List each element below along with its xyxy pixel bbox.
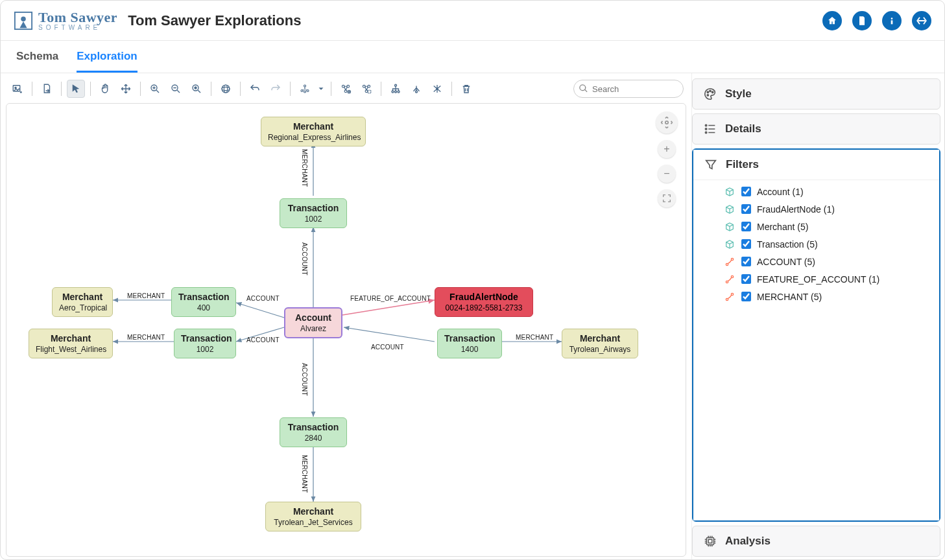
- edge-label: ACCOUNT: [246, 295, 280, 302]
- layout-dropdown-icon[interactable]: [317, 80, 326, 98]
- image-tool-icon[interactable]: [8, 80, 27, 98]
- tab-exploration[interactable]: Exploration: [77, 43, 138, 73]
- node-account[interactable]: Account Alvarez: [284, 307, 342, 338]
- filter-checkbox[interactable]: [741, 204, 751, 214]
- zoom-out-control-icon[interactable]: −: [658, 165, 676, 183]
- svg-point-47: [707, 95, 708, 96]
- layout-icon[interactable]: [296, 80, 314, 98]
- node-type: Merchant: [59, 292, 106, 302]
- graph-select-icon[interactable]: [357, 80, 376, 98]
- document-button[interactable]: [852, 11, 872, 30]
- node-type: Transaction: [178, 292, 229, 302]
- filter-checkbox[interactable]: [741, 239, 751, 249]
- filter-checkbox[interactable]: [741, 187, 751, 196]
- node-type: Transaction: [287, 422, 340, 432]
- node-subtitle: Regional_Express_Airlines: [268, 133, 359, 142]
- edge-label: MERCHANT: [516, 334, 553, 341]
- node-merchant-top[interactable]: Merchant Regional_Express_Airlines: [261, 117, 366, 146]
- tree-layout-icon[interactable]: [387, 80, 405, 98]
- filter-item: ACCOUNT (5): [724, 253, 929, 270]
- relation-icon: [724, 274, 735, 285]
- graph-canvas[interactable]: Merchant Regional_Express_Airlines Trans…: [6, 103, 686, 557]
- svg-point-53: [726, 281, 728, 283]
- filter-label: FEATURE_OF_ACCOUNT (1): [757, 274, 879, 285]
- star-layout-icon[interactable]: [407, 80, 425, 98]
- info-button[interactable]: [882, 11, 902, 30]
- move-tool-icon[interactable]: [117, 80, 135, 98]
- redo-icon[interactable]: [267, 80, 285, 98]
- svg-point-50: [705, 132, 706, 133]
- cube-icon: [724, 239, 735, 250]
- svg-point-43: [665, 121, 668, 124]
- node-merchant-bottom[interactable]: Merchant Tyrolean_Jet_Services: [265, 502, 361, 531]
- filter-checkbox[interactable]: [741, 274, 751, 284]
- filter-checkbox[interactable]: [741, 292, 751, 301]
- edge-label: ACCOUNT: [246, 336, 280, 344]
- node-subtitle: Aero_Tropical: [59, 303, 106, 312]
- node-type: Merchant: [268, 121, 359, 132]
- svg-point-44: [707, 91, 708, 93]
- zoom-in-control-icon[interactable]: +: [658, 140, 676, 158]
- pan-control-icon[interactable]: [656, 111, 678, 134]
- filter-item: FraudAlertNode (1): [724, 200, 929, 218]
- svg-point-45: [710, 90, 711, 91]
- logo: Tom Sawyer SOFTWARE: [14, 10, 117, 31]
- node-type: Transaction: [181, 333, 229, 344]
- node-subtitle: 0024-1892-5581-2733: [442, 303, 526, 312]
- svg-point-12: [222, 87, 230, 90]
- right-panel: Style Details Filters Acc: [691, 73, 944, 560]
- edge-label: FEATURE_OF_ACCOUNT: [350, 295, 431, 302]
- panel-style[interactable]: Style: [692, 78, 940, 110]
- svg-point-55: [726, 298, 728, 300]
- globe-icon[interactable]: [217, 80, 235, 98]
- pointer-tool-icon[interactable]: [67, 80, 85, 98]
- zoom-out-icon[interactable]: [167, 80, 185, 98]
- node-transaction-right[interactable]: Transaction 1400: [437, 329, 502, 358]
- toolbar: [6, 78, 686, 99]
- node-subtitle: 2840: [287, 434, 340, 443]
- tab-schema[interactable]: Schema: [16, 43, 58, 73]
- delete-icon[interactable]: [457, 80, 475, 98]
- search-input[interactable]: [573, 80, 684, 98]
- expand-button[interactable]: [912, 11, 931, 30]
- node-subtitle: 1400: [444, 345, 495, 354]
- export-page-icon[interactable]: [38, 80, 56, 98]
- svg-point-10: [195, 87, 197, 89]
- graph-add-icon[interactable]: [337, 80, 355, 98]
- zoom-in-icon[interactable]: [146, 80, 164, 98]
- node-fraud[interactable]: FraudAlertNode 0024-1892-5581-2733: [435, 287, 533, 317]
- node-transaction-bottom[interactable]: Transaction 2840: [280, 417, 347, 447]
- fit-control-icon[interactable]: [658, 189, 676, 207]
- panel-details[interactable]: Details: [692, 113, 940, 145]
- svg-point-24: [365, 90, 368, 93]
- svg-line-37: [236, 303, 284, 318]
- filter-label: Transaction (5): [757, 239, 818, 250]
- node-transaction-top[interactable]: Transaction 1002: [280, 198, 347, 228]
- svg-point-20: [344, 90, 347, 93]
- panel-title: Analysis: [725, 535, 771, 548]
- node-merchant-left2[interactable]: Merchant Flight_West_Airlines: [29, 329, 113, 358]
- svg-point-29: [398, 91, 400, 93]
- node-merchant-left1[interactable]: Merchant Aero_Tropical: [52, 287, 113, 317]
- node-subtitle: 1002: [181, 345, 229, 354]
- filter-label: MERCHANT (5): [757, 292, 822, 302]
- node-type: Account: [292, 312, 335, 323]
- filter-checkbox[interactable]: [741, 257, 751, 266]
- node-transaction-left1[interactable]: Transaction 400: [171, 287, 236, 317]
- panel-analysis[interactable]: Analysis: [692, 526, 940, 557]
- filter-checkbox[interactable]: [741, 222, 751, 231]
- node-merchant-right[interactable]: Merchant Tyrolean_Airways: [562, 329, 638, 358]
- filter-item: Account (1): [724, 183, 929, 200]
- edge-label: MERCHANT: [127, 334, 165, 341]
- cube-icon: [724, 204, 735, 215]
- logo-icon: [14, 11, 33, 30]
- home-button[interactable]: [822, 11, 842, 30]
- node-transaction-left2[interactable]: Transaction 1002: [174, 329, 236, 358]
- radial-layout-icon[interactable]: [428, 80, 446, 98]
- panel-filters[interactable]: Filters Account (1) FraudAlertNode (1): [692, 148, 940, 522]
- pan-tool-icon[interactable]: [96, 80, 114, 98]
- edge-label: MERCHANT: [127, 292, 165, 299]
- undo-icon[interactable]: [246, 80, 264, 98]
- zoom-fit-icon[interactable]: [187, 80, 206, 98]
- filter-label: ACCOUNT (5): [757, 257, 815, 267]
